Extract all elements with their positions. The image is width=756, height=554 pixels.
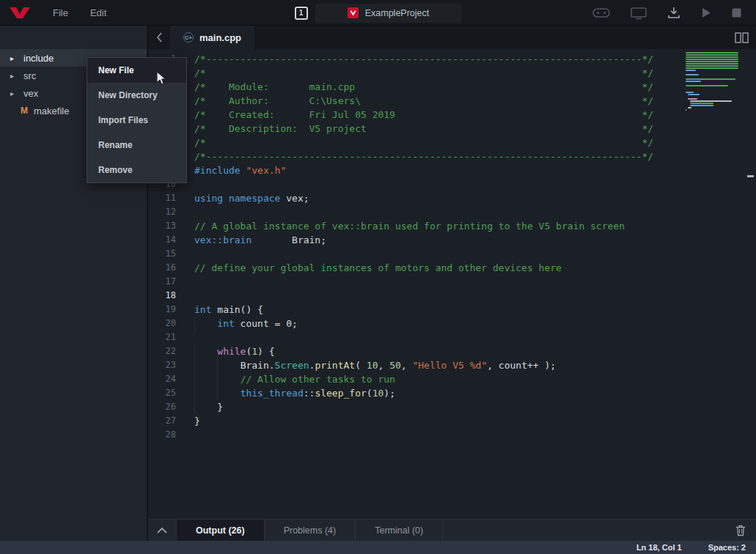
download-icon[interactable] [667, 7, 680, 19]
line-text: // Allow other tasks to run [176, 372, 395, 386]
menu-item-remove[interactable]: Remove [87, 158, 186, 182]
code-editor[interactable]: 1/*-------------------------------------… [148, 49, 756, 519]
code-line[interactable]: 3/* Module: main.cpp */ [148, 80, 756, 94]
code-line[interactable]: 17 [148, 275, 756, 289]
code-token: , [401, 360, 413, 371]
line-text: // define your global instances of motor… [176, 261, 562, 275]
line-text: int main() { [176, 303, 263, 317]
code-token: #include [194, 165, 241, 176]
panel-tab-terminal[interactable]: Terminal (0) [355, 520, 443, 542]
line-number: 25 [148, 386, 176, 400]
minimap-line [686, 54, 738, 56]
stop-icon[interactable] [732, 8, 741, 18]
minimap-line [686, 96, 744, 97]
line-text: Brain.Screen.printAt( 10, 50, "Hello V5 … [176, 358, 556, 372]
code-line[interactable]: 23 Brain.Screen.printAt( 10, 50, "Hello … [148, 358, 756, 372]
code-line[interactable]: 12 [148, 205, 756, 219]
line-text: /* */ [176, 136, 653, 149]
controller-icon[interactable] [592, 7, 610, 19]
menu-item-import-files[interactable]: Import Files [87, 108, 186, 133]
code-line[interactable]: 5/* Created: Fri Jul 05 2019 */ [148, 108, 756, 122]
makefile-icon: M [21, 106, 31, 116]
code-token: 1 [252, 346, 257, 357]
line-text: } [176, 414, 200, 428]
vex-logo-icon [9, 6, 31, 20]
line-text: /*--------------------------------------… [176, 52, 653, 66]
code-token: :: [304, 388, 315, 399]
minimap-line [686, 56, 738, 58]
menu-item-new-directory[interactable]: New Directory [87, 83, 186, 108]
minimap-line [686, 81, 701, 82]
code-line[interactable]: 16// define your global instances of mot… [148, 261, 756, 275]
code-line[interactable]: 27} [148, 414, 756, 428]
code-line[interactable]: 2/* */ [148, 66, 756, 80]
code-token: int [194, 304, 211, 315]
folder-chevron-icon: ▸ [10, 72, 21, 80]
code-token: sleep_for [315, 388, 366, 399]
code-token: while [217, 346, 246, 357]
code-line[interactable]: 6/* Description: V5 project */ [148, 122, 756, 136]
code-token: printAt [315, 360, 355, 371]
cpp-file-icon: C+ [183, 32, 194, 43]
code-token: ); [383, 388, 395, 399]
code-token: // A global instance of vex::brain used … [194, 221, 625, 232]
code-line[interactable]: 11using namespace vex; [148, 191, 756, 205]
titlebar-center: 1 ExampleProject [295, 0, 462, 26]
minimap-line [688, 107, 691, 108]
menu-file[interactable]: File [53, 7, 68, 18]
code-token: } [217, 402, 223, 413]
scrollbar-marker[interactable] [747, 175, 754, 177]
code-line[interactable]: 13// A global instance of vex::brain use… [148, 219, 756, 233]
code-line[interactable]: 19int main() { [148, 303, 756, 317]
code-line[interactable]: 9#include "vex.h" [148, 163, 756, 177]
status-indentation[interactable]: Spaces: 2 [708, 543, 746, 552]
slot-badge[interactable]: 1 [295, 7, 308, 20]
code-line[interactable]: 10 [148, 177, 756, 191]
brain-screen-icon[interactable] [631, 7, 647, 20]
back-button[interactable] [148, 31, 170, 44]
minimap-line [686, 85, 728, 86]
menu-item-rename[interactable]: Rename [87, 133, 186, 158]
code-token: this_thread [241, 388, 304, 399]
code-line[interactable]: 26 } [148, 400, 756, 414]
code-token: ( [367, 388, 373, 399]
code-line[interactable]: 25 this_thread::sleep_for(10); [148, 386, 756, 400]
code-line[interactable]: 8/*-------------------------------------… [148, 149, 756, 163]
code-line[interactable]: 15 [148, 247, 756, 261]
panel-collapse-icon[interactable] [148, 526, 176, 534]
code-line[interactable]: 1/*-------------------------------------… [148, 52, 756, 66]
code-token: 50 [389, 360, 401, 371]
panel-tab-output[interactable]: Output (26) [176, 520, 264, 542]
line-number: 24 [148, 372, 176, 386]
tab-main-cpp[interactable]: C+ main.cpp [170, 26, 254, 49]
minimap-line [686, 111, 744, 113]
status-cursor-position[interactable]: Ln 18, Col 1 [636, 543, 682, 552]
minimap-line [686, 63, 738, 64]
code-line[interactable]: 21 [148, 330, 756, 344]
trash-icon[interactable] [735, 525, 746, 536]
menu-item-new-file[interactable]: New File [87, 58, 186, 83]
code-line[interactable]: 22 while(1) { [148, 344, 756, 358]
indent-guide [194, 386, 217, 400]
indent-guide [217, 372, 240, 386]
menu-edit[interactable]: Edit [90, 7, 106, 18]
line-number: 11 [148, 191, 176, 205]
minimap[interactable] [686, 52, 744, 114]
minimap-line [686, 70, 696, 71]
code-line[interactable]: 14vex::brain Brain; [148, 233, 756, 247]
line-text: } [176, 400, 223, 414]
code-token: ) { [257, 346, 274, 357]
code-line[interactable]: 4/* Author: C:\Users\ */ [148, 94, 756, 108]
code-line[interactable]: 18 [148, 289, 756, 303]
split-editor-icon[interactable] [735, 32, 749, 43]
code-token: /*--------------------------------------… [194, 53, 653, 64]
code-line[interactable]: 24 // Allow other tasks to run [148, 372, 756, 386]
project-box[interactable]: ExampleProject [315, 4, 462, 23]
line-number: 27 [148, 414, 176, 428]
panel-tab-problems[interactable]: Problems (4) [264, 520, 356, 542]
play-icon[interactable] [701, 7, 711, 18]
code-line[interactable]: 20 int count = 0; [148, 317, 756, 330]
file-label: src [23, 70, 36, 81]
code-line[interactable]: 7/* */ [148, 136, 756, 149]
code-line[interactable]: 28 [148, 428, 756, 442]
